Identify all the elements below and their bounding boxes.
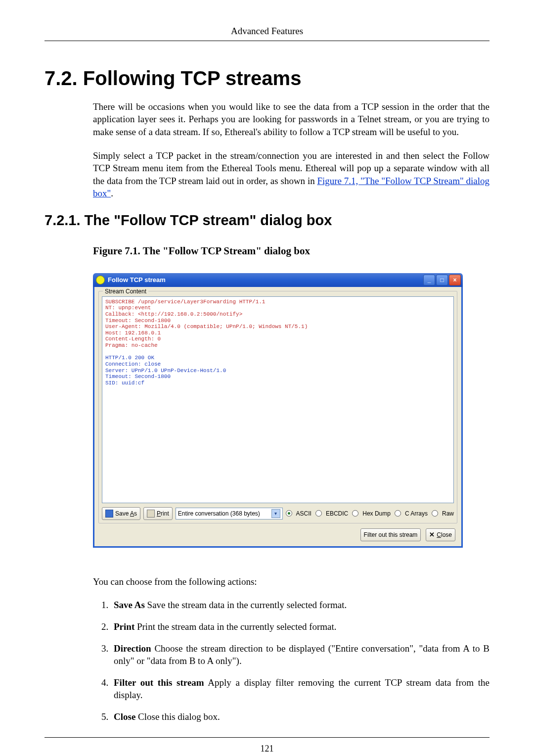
paragraph-intro-1: There will be occasions when you would l…	[93, 100, 490, 139]
radio-raw[interactable]	[432, 510, 438, 517]
close-label: Close	[437, 531, 452, 539]
radio-hexdump-label: Hex Dump	[362, 510, 391, 518]
close-icon: ✕	[429, 531, 435, 538]
radio-ebcdic[interactable]	[315, 510, 322, 517]
stream-content-group: Stream Content SUBSCRIBE /upnp/service/L…	[98, 291, 457, 523]
encoding-radios: ASCII EBCDIC Hex Dump C Arrays Raw	[286, 510, 454, 518]
controls-row: Save As Print Entire conversation (368 b…	[102, 507, 454, 520]
subsection-heading: 7.2.1. The "Follow TCP stream" dialog bo…	[44, 211, 490, 230]
actions-intro: You can choose from the following action…	[93, 575, 490, 588]
radio-carrays[interactable]	[395, 510, 401, 517]
follow-tcp-stream-dialog: Follow TCP stream _ □ × Stream Content S…	[93, 273, 463, 548]
radio-ebcdic-label: EBCDIC	[326, 510, 348, 518]
print-button[interactable]: Print	[143, 507, 173, 520]
radio-carrays-label: C Arrays	[405, 510, 428, 518]
maximize-button[interactable]: □	[436, 275, 448, 285]
section-heading: 7.2. Following TCP streams	[44, 65, 490, 92]
save-as-button[interactable]: Save As	[102, 507, 140, 520]
chevron-down-icon: ▾	[271, 509, 280, 518]
save-as-label: Save As	[115, 510, 137, 518]
print-label: Print	[157, 510, 169, 518]
app-icon	[96, 276, 105, 284]
page-number: 121	[44, 743, 490, 755]
print-icon	[147, 510, 155, 518]
save-icon	[105, 510, 113, 518]
group-legend: Stream Content	[103, 287, 148, 295]
response-text: HTTP/1.0 200 OK Connection: close Server…	[105, 355, 226, 386]
close-button[interactable]: ✕ Close	[426, 528, 455, 541]
radio-raw-label: Raw	[442, 510, 454, 518]
action-item-print: Print Print the stream data in the curre…	[111, 620, 490, 633]
filter-out-stream-button[interactable]: Filter out this stream	[360, 528, 421, 541]
direction-combo[interactable]: Entire conversation (368 bytes) ▾	[176, 508, 283, 520]
window-title: Follow TCP stream	[108, 276, 422, 284]
dialog-footer: Filter out this stream ✕ Close	[98, 523, 457, 542]
paragraph-intro-2: Simply select a TCP packet in the stream…	[93, 149, 490, 200]
actions-list: Save As Save the stream data in the curr…	[93, 599, 490, 723]
close-window-button[interactable]: ×	[449, 275, 461, 285]
running-header: Advanced Features	[44, 25, 490, 38]
action-item-direction: Direction Choose the stream direction to…	[111, 642, 490, 667]
action-item-filter-out: Filter out this stream Apply a display f…	[111, 676, 490, 702]
action-item-close: Close Close this dialog box.	[111, 710, 490, 723]
filter-out-label: Filter out this stream	[364, 531, 418, 539]
stream-text-area[interactable]: SUBSCRIBE /upnp/service/Layer3Forwarding…	[102, 296, 454, 503]
minimize-button[interactable]: _	[423, 275, 435, 285]
header-rule	[44, 41, 490, 41]
action-item-save-as: Save As Save the stream data in the curr…	[111, 599, 490, 612]
paragraph-intro-2b: .	[111, 188, 113, 198]
radio-hexdump[interactable]	[352, 510, 358, 517]
footer-rule	[44, 737, 490, 738]
request-text: SUBSCRIBE /upnp/service/Layer3Forwarding…	[105, 299, 308, 348]
titlebar: Follow TCP stream _ □ ×	[93, 273, 463, 287]
direction-combo-value: Entire conversation (368 bytes)	[178, 510, 260, 518]
radio-ascii[interactable]	[286, 510, 292, 517]
dialog-body: Stream Content SUBSCRIBE /upnp/service/L…	[93, 287, 463, 548]
radio-ascii-label: ASCII	[296, 510, 312, 518]
figure-caption: Figure 7.1. The "Follow TCP Stream" dial…	[93, 244, 490, 258]
